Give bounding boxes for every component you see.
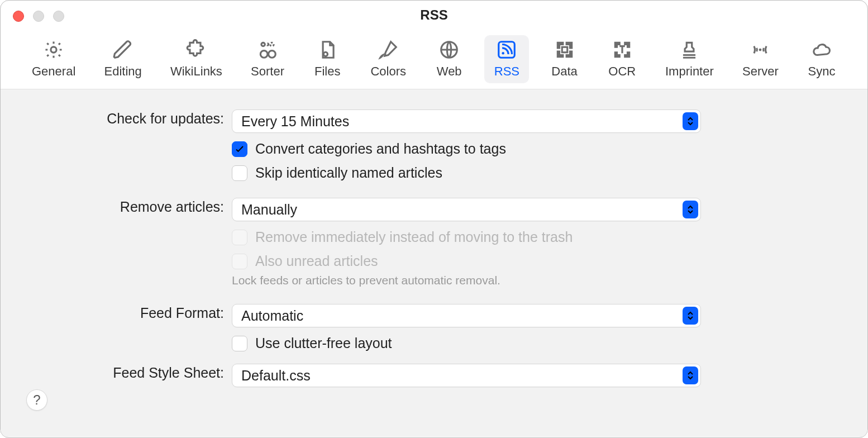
svg-point-11: [759, 49, 762, 51]
help-icon: ?: [33, 392, 40, 408]
preferences-toolbar: General Editing WikiLinks Sorter Files C…: [1, 30, 867, 89]
tab-web[interactable]: Web: [427, 35, 471, 83]
remove-now-label: Remove immediately instead of moving to …: [255, 229, 573, 245]
cloud-icon: [810, 39, 833, 61]
clutter-free-checkbox[interactable]: [232, 336, 247, 351]
skip-dupes-checkbox[interactable]: [232, 165, 247, 181]
svg-point-9: [502, 52, 504, 54]
brush-icon: [377, 39, 399, 61]
window-title: RSS: [420, 7, 447, 23]
tab-sorter[interactable]: Sorter: [243, 35, 292, 83]
svg-point-3: [270, 42, 274, 46]
gear-icon: [42, 39, 65, 61]
convert-tags-label: Convert categories and hashtags to tags: [255, 141, 506, 157]
tab-ocr[interactable]: OCR: [600, 35, 645, 83]
tab-server[interactable]: Server: [735, 35, 786, 83]
tab-label: Web: [437, 64, 462, 79]
globe-icon: [438, 39, 460, 61]
tab-wikilinks[interactable]: WikiLinks: [163, 35, 230, 83]
remove-now-checkbox: [232, 230, 247, 245]
feed-format-value: Automatic: [241, 308, 303, 324]
also-unread-checkbox: [232, 254, 247, 269]
svg-point-5: [269, 51, 276, 58]
tab-label: OCR: [608, 64, 636, 79]
remove-articles-value: Manually: [241, 202, 297, 218]
lock-hint: Lock feeds or articles to prevent automa…: [232, 274, 701, 287]
tab-label: Editing: [104, 64, 141, 79]
tab-label: WikiLinks: [170, 64, 222, 79]
svg-point-1: [261, 42, 265, 46]
tab-label: Files: [314, 64, 340, 79]
check-updates-value: Every 15 Minutes: [241, 113, 349, 130]
close-window-button[interactable]: [13, 11, 24, 22]
content-pane: Check for updates: Every 15 Minutes Conv…: [1, 89, 867, 437]
skip-dupes-label: Skip identically named articles: [255, 165, 442, 181]
svg-point-4: [260, 51, 268, 58]
tab-label: Imprinter: [665, 64, 714, 79]
check-updates-popup[interactable]: Every 15 Minutes: [232, 110, 701, 133]
popup-stepper-icon: [683, 112, 698, 130]
check-updates-label: Check for updates:: [1, 110, 224, 127]
help-button[interactable]: ?: [26, 389, 47, 411]
also-unread-label: Also unread articles: [255, 253, 378, 269]
tab-label: General: [32, 64, 75, 79]
feed-style-popup[interactable]: Default.css: [232, 364, 701, 387]
feed-style-value: Default.css: [241, 368, 311, 384]
popup-stepper-icon: [683, 307, 698, 325]
svg-point-0: [51, 47, 56, 53]
file-gear-icon: [316, 39, 338, 61]
remove-articles-label: Remove articles:: [1, 198, 224, 215]
minimize-window-button[interactable]: [33, 11, 44, 22]
svg-point-6: [323, 52, 327, 56]
tab-label: RSS: [494, 64, 519, 79]
popup-stepper-icon: [683, 366, 698, 384]
zoom-window-button[interactable]: [53, 11, 64, 22]
tab-general[interactable]: General: [24, 35, 83, 83]
puzzle-icon: [185, 39, 207, 61]
tab-label: Sync: [808, 64, 836, 79]
sorter-icon: [256, 39, 279, 61]
tab-colors[interactable]: Colors: [363, 35, 414, 83]
antenna-icon: [749, 39, 771, 61]
titlebar: RSS: [1, 1, 867, 30]
svg-point-2: [266, 44, 268, 45]
remove-articles-popup[interactable]: Manually: [232, 198, 701, 221]
pencil-icon: [112, 39, 134, 61]
data-icon: [554, 39, 576, 61]
window-controls: [13, 11, 64, 22]
popup-stepper-icon: [683, 201, 698, 218]
clutter-free-label: Use clutter-free layout: [255, 335, 392, 351]
convert-tags-checkbox[interactable]: [232, 141, 247, 157]
tab-data[interactable]: Data: [542, 35, 587, 83]
tab-rss[interactable]: RSS: [484, 35, 529, 83]
tab-editing[interactable]: Editing: [96, 35, 149, 83]
stamp-icon: [678, 39, 700, 61]
svg-rect-10: [562, 47, 567, 53]
feed-format-label: Feed Format:: [1, 304, 224, 321]
ocr-icon: [611, 39, 633, 61]
tab-files[interactable]: Files: [305, 35, 350, 83]
rss-icon: [495, 39, 518, 61]
tab-label: Sorter: [251, 64, 284, 79]
feed-format-popup[interactable]: Automatic: [232, 304, 701, 327]
feed-style-label: Feed Style Sheet:: [1, 364, 224, 381]
tab-sync[interactable]: Sync: [799, 35, 844, 83]
tab-imprinter[interactable]: Imprinter: [657, 35, 722, 83]
tab-label: Server: [742, 64, 779, 79]
tab-label: Data: [551, 64, 577, 79]
tab-label: Colors: [370, 64, 406, 79]
